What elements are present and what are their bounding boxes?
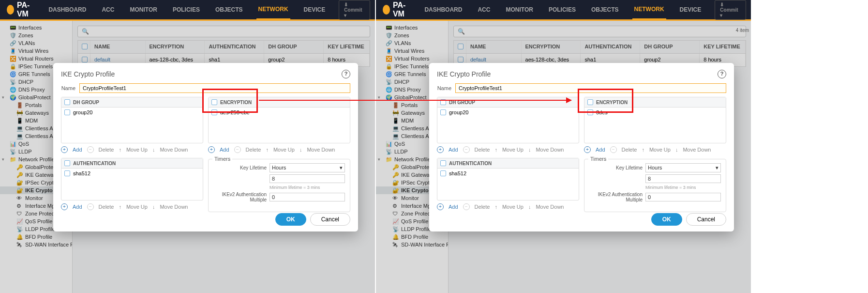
name-input[interactable] xyxy=(79,83,350,93)
auth-row[interactable]: sha512 xyxy=(61,169,203,178)
movedown-button[interactable]: Move Down xyxy=(536,204,564,210)
name-input[interactable] xyxy=(455,83,726,93)
movedown-button[interactable]: Move Down xyxy=(307,147,335,153)
nav-dashboard[interactable]: DASHBOARD xyxy=(46,0,88,19)
dh-select-all[interactable] xyxy=(64,99,70,105)
brand-icon xyxy=(383,5,390,15)
moveup-icon[interactable]: ↑ xyxy=(119,204,121,210)
moveup-icon[interactable]: ↑ xyxy=(119,147,121,153)
movedown-icon[interactable]: ↓ xyxy=(675,147,678,153)
commit-button[interactable]: ⬇ Commit ▾ xyxy=(715,0,746,20)
add-button[interactable]: Add xyxy=(73,204,82,210)
add-icon[interactable]: + xyxy=(208,146,215,153)
delete-icon[interactable]: − xyxy=(610,146,617,153)
add-icon[interactable]: + xyxy=(61,203,68,210)
nav-network[interactable]: NETWORK xyxy=(256,0,290,20)
movedown-icon[interactable]: ↓ xyxy=(299,147,302,153)
movedown-button[interactable]: Move Down xyxy=(160,147,188,153)
enc-row[interactable]: aes-256-cbc xyxy=(209,108,350,117)
add-icon[interactable]: + xyxy=(437,146,444,153)
delete-icon[interactable]: − xyxy=(87,203,94,210)
key-lifetime-unit-select[interactable]: Hours▾ xyxy=(645,163,721,172)
dh-row-checkbox[interactable] xyxy=(64,109,70,115)
delete-button[interactable]: Delete xyxy=(246,147,261,153)
auth-listbox: AUTHENTICATION sha512 xyxy=(61,158,203,200)
auth-select-all[interactable] xyxy=(440,160,446,166)
moveup-button[interactable]: Move Up xyxy=(649,147,671,153)
nav-policies[interactable]: POLICIES xyxy=(171,0,202,19)
moveup-icon[interactable]: ↑ xyxy=(494,147,497,153)
delete-icon[interactable]: − xyxy=(87,146,94,153)
nav-acc[interactable]: ACC xyxy=(100,0,116,19)
delete-button[interactable]: Delete xyxy=(622,147,637,153)
moveup-button[interactable]: Move Up xyxy=(502,204,524,210)
dh-row-checkbox[interactable] xyxy=(440,109,446,115)
delete-button[interactable]: Delete xyxy=(475,204,490,210)
moveup-button[interactable]: Move Up xyxy=(126,204,148,210)
add-button[interactable]: Add xyxy=(220,147,229,153)
nav-device[interactable]: DEVICE xyxy=(302,0,328,19)
timers-label: Timers xyxy=(212,156,232,162)
ok-button[interactable]: OK xyxy=(275,213,306,226)
chevron-down-icon: ▾ xyxy=(716,165,718,171)
moveup-button[interactable]: Move Up xyxy=(502,147,524,153)
dh-value: group20 xyxy=(449,109,468,115)
nav-monitor[interactable]: MONITOR xyxy=(504,0,535,19)
moveup-icon[interactable]: ↑ xyxy=(266,147,269,153)
delete-button[interactable]: Delete xyxy=(99,204,114,210)
nav-policies[interactable]: POLICIES xyxy=(547,0,578,19)
moveup-icon[interactable]: ↑ xyxy=(494,204,497,210)
nav-network[interactable]: NETWORK xyxy=(632,0,666,20)
enc-row-checkbox[interactable] xyxy=(211,109,217,115)
delete-icon[interactable]: − xyxy=(463,146,470,153)
delete-icon[interactable]: − xyxy=(463,203,470,210)
cancel-button[interactable]: Cancel xyxy=(686,213,726,226)
moveup-button[interactable]: Move Up xyxy=(126,147,148,153)
ok-button[interactable]: OK xyxy=(651,213,682,226)
delete-icon[interactable]: − xyxy=(234,146,241,153)
add-button[interactable]: Add xyxy=(73,147,82,153)
auth-row-checkbox[interactable] xyxy=(440,170,446,176)
enc-select-all[interactable] xyxy=(587,99,593,105)
cancel-button[interactable]: Cancel xyxy=(310,213,350,226)
help-icon[interactable]: ? xyxy=(718,70,726,78)
dh-row[interactable]: group20 xyxy=(61,108,203,117)
nav-dashboard[interactable]: DASHBOARD xyxy=(422,0,464,19)
auth-row[interactable]: sha512 xyxy=(437,169,579,178)
key-lifetime-value-input[interactable]: 8 xyxy=(269,174,345,183)
ikev2-value-input[interactable]: 0 xyxy=(269,193,345,201)
movedown-button[interactable]: Move Down xyxy=(683,147,711,153)
delete-button[interactable]: Delete xyxy=(475,147,490,153)
movedown-button[interactable]: Move Down xyxy=(536,147,564,153)
movedown-icon[interactable]: ↓ xyxy=(528,204,531,210)
enc-select-all[interactable] xyxy=(211,99,217,105)
commit-button[interactable]: ⬇ Commit ▾ xyxy=(339,0,370,20)
add-icon[interactable]: + xyxy=(61,146,68,153)
delete-button[interactable]: Delete xyxy=(99,147,114,153)
movedown-icon[interactable]: ↓ xyxy=(528,147,531,153)
add-icon[interactable]: + xyxy=(437,203,444,210)
add-button[interactable]: Add xyxy=(596,147,605,153)
help-icon[interactable]: ? xyxy=(342,70,350,78)
auth-select-all[interactable] xyxy=(64,160,70,166)
nav-objects[interactable]: OBJECTS xyxy=(213,0,245,19)
auth-row-checkbox[interactable] xyxy=(64,170,70,176)
nav-acc[interactable]: ACC xyxy=(476,0,492,19)
dh-row[interactable]: group20 xyxy=(437,108,579,117)
nav-device[interactable]: DEVICE xyxy=(678,0,703,19)
movedown-icon[interactable]: ↓ xyxy=(152,204,155,210)
ikev2-value-input[interactable]: 0 xyxy=(645,193,721,201)
key-lifetime-unit-select[interactable]: Hours▾ xyxy=(269,163,345,172)
enc-toolbar: +Add −Delete ↑Move Up ↓Move Down xyxy=(584,145,726,156)
movedown-icon[interactable]: ↓ xyxy=(152,147,155,153)
add-button[interactable]: Add xyxy=(449,204,458,210)
enc-row-checkbox[interactable] xyxy=(587,109,593,115)
nav-monitor[interactable]: MONITOR xyxy=(128,0,159,19)
moveup-icon[interactable]: ↑ xyxy=(642,147,644,153)
key-lifetime-value-input[interactable]: 8 xyxy=(645,174,721,183)
moveup-button[interactable]: Move Up xyxy=(273,147,295,153)
add-button[interactable]: Add xyxy=(449,147,458,153)
add-icon[interactable]: + xyxy=(584,146,591,153)
enc-row[interactable]: 3des xyxy=(584,108,726,117)
movedown-button[interactable]: Move Down xyxy=(160,204,188,210)
